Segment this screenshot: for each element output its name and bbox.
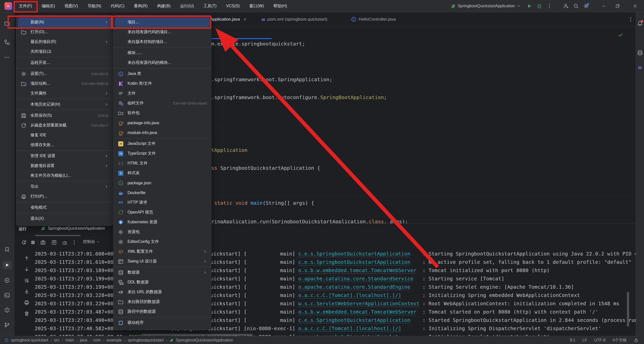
menu-item[interactable]: S样式表 — [113, 168, 211, 178]
more-vertical-icon[interactable] — [544, 0, 554, 12]
menu-item[interactable]: 新建项目设置 — [16, 161, 112, 171]
tab-scrollbar[interactable] — [35, 235, 80, 236]
log-logger-link[interactable]: o.a.c.c.C.[Tomcat].[localhost].[/] — [298, 292, 401, 298]
menu-item[interactable]: 将文件另存为模板(L)... — [16, 171, 112, 181]
database-icon[interactable] — [637, 50, 643, 56]
gauge-icon[interactable] — [61, 239, 68, 246]
breadcrumb-item[interactable]: java — [80, 338, 87, 342]
menu-item[interactable]: 远程开发... — [16, 58, 112, 68]
menu-item[interactable]: 模块...... — [113, 48, 211, 58]
log-logger-link[interactable]: o.s.b.w.embedded.tomcat.TomcatWebServer — [298, 309, 417, 315]
log-logger-link[interactable]: o.a.c.c.C.[Tomcat].[localhost].[/] — [298, 325, 401, 331]
menu-item[interactable]: 数据源 — [113, 268, 211, 277]
settings-button[interactable] — [581, 0, 591, 12]
search-button[interactable] — [571, 0, 581, 12]
notifications-bell-icon[interactable] — [637, 20, 643, 26]
soft-wrap-icon[interactable] — [24, 277, 30, 283]
menu-item[interactable]: 来自现有源代码的模块... — [113, 58, 211, 68]
down-icon[interactable] — [24, 266, 30, 272]
editor-tab[interactable]: mpom.xml (springboot-quickstart) — [262, 15, 327, 24]
menu-item[interactable]: 打开(O)... — [16, 27, 112, 37]
log-logger-link[interactable]: w.s.c.ServletWebServerApplicationContext — [298, 300, 420, 307]
menubar-item-n[interactable]: 导航(N) — [83, 0, 106, 12]
console-tab[interactable]: 控制台 — [83, 239, 100, 244]
console-horizontal-scrollbar[interactable] — [141, 334, 253, 336]
menu-item[interactable]: 来自路径的数据源 — [113, 297, 211, 307]
menubar-item-vcss[interactable]: VCS(S) — [221, 0, 245, 12]
menu-item[interactable]: 来自现有源代码的项目... — [113, 27, 211, 37]
log-logger-link[interactable]: c.e.s.SpringbootQuickstartApplication — [298, 251, 411, 257]
menubar-item-u[interactable]: 运行(U) — [175, 0, 198, 12]
menu-item[interactable]: 临时文件Ctrl+Alt+Shift+Insert — [113, 98, 211, 108]
add-user-button[interactable] — [561, 0, 571, 12]
caret-position[interactable]: 9:1 — [570, 338, 575, 342]
run-button[interactable] — [524, 0, 534, 12]
close-button[interactable] — [626, 0, 644, 12]
menu-item[interactable]: 从磁盘全部重新加载Ctrl+Alt+Y — [16, 120, 112, 130]
menu-item[interactable]: 驱动程序 — [113, 318, 211, 328]
menu-item[interactable]: 路径中的数据源 — [113, 307, 211, 317]
menu-item[interactable]: 来自版本控制的项目... — [113, 37, 211, 47]
menu-item[interactable]: XML 配置文件 — [113, 247, 211, 256]
log-logger-link[interactable]: o.apache.catalina.core.StandardService — [298, 276, 414, 282]
log-logger-link[interactable]: c.e.s.SpringbootQuickstartApplication — [298, 259, 411, 265]
menubar-item-h[interactable]: 帮助(H) — [269, 0, 292, 12]
menu-item[interactable]: Swing UI 设计器 — [113, 256, 211, 266]
terminal-icon[interactable] — [4, 292, 10, 298]
menu-item[interactable]: 文件属性 — [16, 89, 112, 98]
line-ending[interactable]: LF — [582, 338, 587, 342]
breadcrumb-item[interactable]: com — [93, 338, 101, 342]
structure-icon[interactable] — [4, 39, 10, 45]
menu-item[interactable]: 最近的项目(R) — [16, 37, 112, 47]
restore-button[interactable] — [609, 0, 626, 12]
menu-item[interactable]: 导出 — [16, 182, 112, 192]
menu-item[interactable]: 打印(P)... — [16, 192, 112, 201]
stop-icon[interactable] — [30, 239, 36, 246]
run-tool-icon[interactable] — [3, 261, 12, 269]
up-icon[interactable] — [24, 255, 30, 261]
menu-item[interactable]: 资源包 — [113, 227, 211, 237]
menu-item[interactable]: 管理 IDE 设置 — [16, 151, 112, 161]
menu-item[interactable]: package-info.java — [113, 118, 211, 128]
menubar-item-t[interactable]: 工具(T) — [198, 0, 221, 12]
menubar-item-v[interactable]: 视图(V) — [60, 0, 83, 12]
menu-item[interactable]: EditorConfig 文件 — [113, 237, 211, 247]
menubar-item-e[interactable]: 编辑(E) — [37, 0, 60, 12]
menubar-item-f[interactable]: 文件(F) — [14, 0, 37, 12]
console-vertical-scrollbar[interactable] — [627, 292, 629, 327]
lock-icon[interactable] — [634, 338, 638, 342]
menu-item[interactable]: HTML 文件 — [113, 158, 211, 168]
menu-item[interactable]: 全部保存(S)Ctrl+S — [16, 111, 112, 120]
more-vertical-icon[interactable] — [628, 15, 633, 24]
menu-item[interactable]: 修复 IDE — [16, 130, 112, 140]
menubar-item-r[interactable]: 重构(R) — [129, 0, 152, 12]
rerun-icon[interactable] — [21, 239, 27, 246]
breadcrumb-item[interactable]: springbootquickstart — [128, 338, 164, 342]
menu-item[interactable]: CJava 类 — [113, 69, 211, 79]
menu-item[interactable]: Kubernetes 资源 — [113, 217, 211, 227]
inspection-ok-check-icon[interactable] — [618, 32, 623, 38]
menu-item[interactable]: Kotlin 类/文件 — [113, 79, 211, 89]
more-horizontal-icon[interactable] — [4, 54, 10, 60]
problems-icon[interactable] — [4, 307, 10, 313]
print-icon[interactable] — [24, 299, 30, 306]
encoding[interactable]: UTF-8 — [594, 338, 606, 342]
breadcrumb-item[interactable]: springboot-quickstart — [11, 338, 48, 342]
menu-item[interactable]: 新建(N) — [18, 17, 111, 27]
menu-item[interactable]: 省电模式 — [16, 203, 112, 212]
log-logger-link[interactable]: c.e.s.SpringbootQuickstartApplication — [298, 317, 411, 323]
menu-item[interactable]: 来自 URL 的数据源 — [113, 287, 211, 297]
menu-item[interactable]: 文件 — [113, 89, 211, 98]
breadcrumb-item[interactable]: main — [65, 338, 74, 342]
open-log-icon[interactable] — [51, 239, 57, 246]
scroll-to-end-icon[interactable] — [24, 288, 30, 294]
menu-item[interactable]: Dockerfile — [113, 188, 211, 198]
menu-item[interactable]: 设置(T)...Ctrl+Alt+S — [16, 69, 112, 79]
breadcrumb-item[interactable]: src — [54, 338, 59, 342]
menu-item[interactable]: 本地历史记录(H) — [16, 100, 112, 109]
run-configuration-widget[interactable]: SpringbootQuickstartApplication — [450, 3, 521, 9]
editor-tab[interactable]: CHelloController.java — [351, 15, 396, 24]
log-logger-link[interactable]: o.s.b.w.embedded.tomcat.TomcatWebServer — [298, 267, 417, 273]
minimize-button[interactable] — [599, 0, 609, 12]
bookmark-icon[interactable] — [4, 246, 10, 252]
